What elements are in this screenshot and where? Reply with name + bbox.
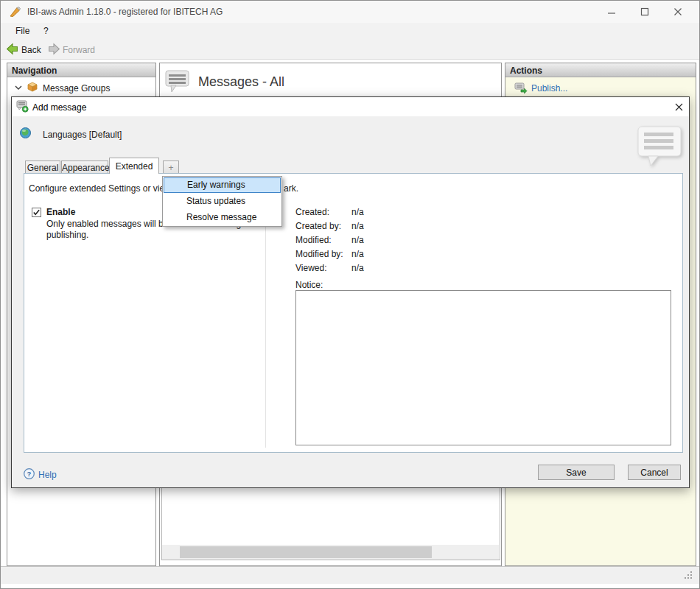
checkmark-icon — [34, 210, 39, 214]
chevron-down-icon[interactable] — [15, 85, 22, 91]
field-value-viewed: n/a — [351, 263, 364, 273]
back-icon — [6, 43, 18, 55]
app-window: IBI-aws Admin 1.18.0 - registered for IB… — [0, 0, 700, 589]
toolbar: Back Forward — [1, 39, 699, 60]
tab-general[interactable]: General — [25, 161, 60, 173]
publish-icon — [514, 82, 528, 95]
window-title: IBI-aws Admin 1.18.0 - registered for IB… — [27, 7, 223, 17]
menu-item-resolve-message[interactable]: Resolve message — [164, 209, 281, 225]
maximize-button[interactable] — [632, 1, 657, 23]
save-button[interactable]: Save — [538, 465, 615, 480]
enable-label[interactable]: Enable — [46, 207, 75, 217]
add-message-icon — [16, 100, 29, 113]
tab-appearance[interactable]: Appearance — [61, 161, 108, 173]
field-value-modified-by: n/a — [351, 249, 364, 259]
field-value-modified: n/a — [351, 235, 364, 245]
scrollbar-thumb[interactable] — [180, 546, 432, 558]
dialog-titlebar: Add message — [12, 97, 689, 116]
menu-help[interactable]: ? — [43, 26, 49, 36]
field-label-modified: Modified: — [295, 235, 332, 245]
dialog-title: Add message — [32, 102, 86, 113]
add-message-dialog: Add message Languages [Default] — [11, 96, 690, 488]
notice-label: Notice: — [295, 280, 323, 290]
tree-item-message-groups[interactable]: Message Groups — [7, 80, 155, 96]
help-link[interactable]: Help — [38, 470, 57, 480]
help-icon: ? — [24, 468, 35, 479]
field-label-modified-by: Modified by: — [295, 249, 343, 259]
statusbar — [1, 566, 699, 584]
notice-input[interactable] — [295, 290, 671, 445]
resize-grip-icon[interactable] — [683, 570, 693, 580]
svg-text:?: ? — [27, 470, 32, 478]
enable-checkbox[interactable] — [32, 208, 41, 217]
field-value-created: n/a — [351, 207, 364, 217]
tab-add-button[interactable]: + — [163, 161, 179, 173]
field-value-created-by: n/a — [351, 221, 364, 231]
language-label: Languages [Default] — [43, 130, 122, 140]
instruction-text: Configure extended Settings or view — [29, 183, 171, 194]
field-label-viewed: Viewed: — [295, 263, 326, 273]
message-groups-icon — [27, 81, 38, 93]
window-close-button[interactable] — [665, 1, 690, 23]
actions-header: Actions — [505, 63, 696, 77]
menu-item-status-updates[interactable]: Status updates — [164, 193, 281, 209]
minimize-button[interactable] — [599, 1, 624, 23]
menubar: File ? — [1, 23, 699, 39]
window-titlebar: IBI-aws Admin 1.18.0 - registered for IB… — [1, 1, 699, 23]
instruction-text-end: ark. — [284, 183, 298, 194]
cancel-button[interactable]: Cancel — [628, 465, 681, 480]
page-title: Messages - All — [198, 74, 284, 90]
close-icon — [676, 104, 682, 110]
forward-button[interactable]: Forward — [63, 45, 95, 55]
close-icon — [675, 9, 682, 15]
publish-link[interactable]: Publish... — [531, 83, 567, 94]
back-button[interactable]: Back — [21, 45, 41, 55]
maximize-icon — [642, 9, 648, 15]
field-label-created: Created: — [295, 207, 329, 217]
dialog-close-button[interactable] — [671, 99, 687, 114]
navigation-header: Navigation — [7, 63, 155, 77]
app-icon — [8, 5, 21, 18]
menu-item-early-warnings[interactable]: Early warnings — [164, 177, 281, 193]
menu-file[interactable]: File — [15, 26, 29, 36]
forward-icon — [48, 43, 60, 55]
globe-icon — [19, 127, 32, 139]
tree-item-label[interactable]: Message Groups — [43, 83, 110, 94]
messages-icon — [164, 68, 191, 95]
message-watermark-icon — [635, 124, 685, 169]
message-type-menu: Early warnings Status updates Resolve me… — [162, 176, 282, 227]
field-label-created-by: Created by: — [295, 221, 341, 231]
tab-extended[interactable]: Extended — [109, 158, 159, 174]
enable-description-line2: publishing. — [46, 230, 88, 240]
